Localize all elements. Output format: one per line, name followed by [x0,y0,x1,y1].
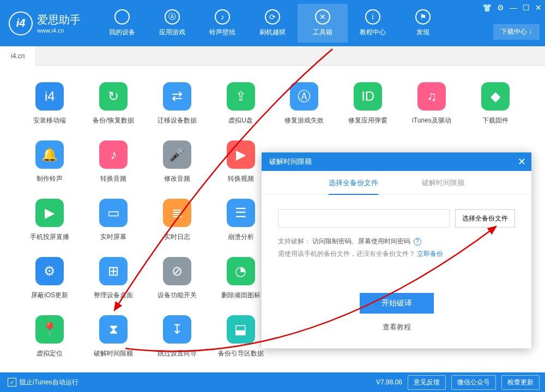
tool-label: 删除顽固图标 [213,291,269,300]
dialog-hint: 支持破解： 访问限制密码、屏幕使用时间密码 ? 需使用该手机的备份文件，还没有全… [278,235,515,260]
app-logo: i4 爱思助手 www.i4.cn [9,11,81,35]
tool-备份/恢复数据[interactable]: ↻备份/恢复数据 [86,82,142,125]
nav-label: 铃声壁纸 [197,28,247,37]
tool-迁移设备数据[interactable]: ⇄迁移设备数据 [149,82,205,125]
nav-icon: i [365,9,380,24]
tool-icon: ID [354,82,382,111]
tool-修复应用弹窗[interactable]: ID修复应用弹窗 [340,82,396,125]
tool-安装移动端[interactable]: i4安装移动端 [22,82,78,125]
nav-item-3[interactable]: ⟳刷机越狱 [247,4,298,42]
tool-label: 安装移动端 [22,116,78,125]
tool-label: 转换视频 [213,174,269,183]
tool-icon: ♫ [417,82,446,111]
dialog-title-text: 破解时间限额 [269,157,312,167]
tool-修改音频[interactable]: 🎤修改音频 [149,140,205,183]
tool-破解时间限额[interactable]: ⧗破解时间限额 [86,315,142,358]
start-crack-button[interactable]: 开始破译 [360,293,434,314]
tool-icon: i4 [35,82,64,111]
tool-label: 整理设备桌面 [86,291,142,300]
tool-label: 转换音频 [86,174,142,183]
tool-icon: ⬓ [227,315,255,344]
main-nav: 我的设备Ⓐ应用游戏♪铃声壁纸⟳刷机越狱✕工具箱i教程中心⚑发现 [97,4,448,42]
tool-实时屏幕[interactable]: ▭实时屏幕 [86,199,142,242]
tool-iTunes及驱动[interactable]: ♫iTunes及驱动 [404,82,460,125]
tool-修复游戏失效[interactable]: Ⓐ修复游戏失效 [276,82,332,125]
tool-icon: ◔ [227,257,255,285]
check-update-button[interactable]: 检查更新 [501,375,540,390]
tool-label: 崩溃分析 [213,232,269,242]
tool-制作铃声[interactable]: 🔔制作铃声 [22,140,78,183]
nav-icon: ✕ [315,9,330,24]
tool-虚拟定位[interactable]: 📍虚拟定位 [22,315,78,358]
tool-跳过设置向导[interactable]: ↧跳过设置向导 [149,315,205,358]
backup-now-link[interactable]: 立即备份 [417,250,443,258]
nav-item-1[interactable]: Ⓐ应用游戏 [147,4,197,42]
download-center-button[interactable]: 下载中心 ↓ [493,24,540,40]
nav-icon [114,9,130,24]
tool-icon: ▭ [99,199,128,227]
tool-label: 备份/恢复数据 [86,116,142,125]
wechat-button[interactable]: 微信公众号 [451,375,496,390]
nav-label: 发现 [398,28,448,37]
tool-屏蔽iOS更新[interactable]: ⚙屏蔽iOS更新 [22,257,78,300]
backup-path-input[interactable] [278,209,450,228]
nav-item-2[interactable]: ♪铃声壁纸 [197,4,247,42]
nav-item-5[interactable]: i教程中心 [348,4,398,42]
tool-转换视频[interactable]: ▶转换视频 [213,140,269,183]
settings-icon[interactable]: ⚙ [497,3,504,12]
tool-icon: ⊞ [99,257,128,285]
tool-label: 下载固件 [467,116,523,125]
nav-icon: ⟳ [265,9,280,24]
block-itunes-checkbox[interactable]: 阻止iTunes自动运行 [8,378,78,387]
tool-下载固件[interactable]: ◆下载固件 [467,82,523,125]
nav-item-0[interactable]: 我的设备 [97,4,147,42]
tool-icon: Ⓐ [290,82,318,111]
tool-label: 实时日志 [149,232,205,242]
nav-item-4[interactable]: ✕工具箱 [298,4,348,42]
tool-手机投屏直播[interactable]: ▶手机投屏直播 [22,199,78,242]
tool-icon: ☰ [227,199,255,227]
tool-实时日志[interactable]: ≣实时日志 [149,199,205,242]
tool-设备功能开关[interactable]: ⊘设备功能开关 [149,257,205,300]
crack-time-dialog: 破解时间限额 ✕ 选择全备份文件 破解时间限额 选择全备份文件 支持破解： 访问… [262,152,531,348]
tool-label: 修复游戏失效 [276,116,332,125]
tool-icon: ↻ [99,82,128,111]
tool-label: 破解时间限额 [86,349,142,358]
tool-label: 屏蔽iOS更新 [22,291,78,300]
choose-backup-button[interactable]: 选择全备份文件 [455,209,515,228]
tool-label: 跳过设置向导 [149,349,205,358]
tool-icon: ▶ [35,199,64,227]
tool-虚拟U盘[interactable]: ⇪虚拟U盘 [213,82,269,125]
tool-icon: ⇪ [227,82,255,111]
nav-item-6[interactable]: ⚑发现 [398,4,448,42]
tool-icon: ♪ [99,140,128,169]
feedback-button[interactable]: 意见反馈 [408,375,446,390]
shirt-icon[interactable]: 👕 [482,3,492,12]
nav-label: 教程中心 [348,28,398,37]
tool-转换音频[interactable]: ♪转换音频 [86,140,142,183]
dialog-tab-select-backup[interactable]: 选择全备份文件 [329,171,378,195]
tool-label: 设备功能开关 [149,291,205,300]
tool-icon: ⧗ [99,315,128,344]
tool-icon: ◆ [481,82,510,111]
dialog-tab-crack[interactable]: 破解时间限额 [422,171,464,195]
tool-备份引导区数据[interactable]: ⬓备份引导区数据 [213,315,269,358]
tool-删除顽固图标[interactable]: ◔删除顽固图标 [213,257,269,300]
header-bar: i4 爱思助手 www.i4.cn 我的设备Ⓐ应用游戏♪铃声壁纸⟳刷机越狱✕工具… [0,0,545,46]
tool-icon: 📍 [35,315,64,344]
tool-label: 实时屏幕 [86,232,142,242]
view-tutorial-link[interactable]: 查看教程 [278,322,515,332]
tool-icon: ▶ [227,140,255,169]
help-icon[interactable]: ? [414,238,421,246]
dialog-close-icon[interactable]: ✕ [518,156,526,168]
tool-icon: ⚙ [35,257,64,285]
tab-i4[interactable]: i4.cn [0,46,36,66]
nav-label: 工具箱 [298,28,348,37]
tool-icon: 🔔 [35,140,64,169]
tool-整理设备桌面[interactable]: ⊞整理设备桌面 [86,257,142,300]
minimize-icon[interactable]: — [510,3,517,12]
maximize-icon[interactable]: ☐ [523,3,530,12]
close-icon[interactable]: ✕ [535,3,542,12]
tool-label: 虚拟定位 [22,349,78,358]
tool-崩溃分析[interactable]: ☰崩溃分析 [213,199,269,242]
